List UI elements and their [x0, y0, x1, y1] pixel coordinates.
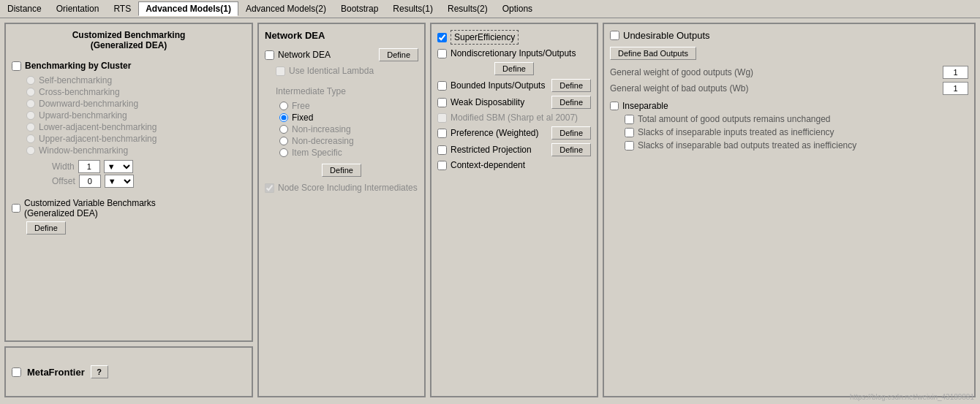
- restricted-projection-row: Restricted Projection Define: [437, 143, 591, 156]
- radio-fixed[interactable]: Fixed: [279, 113, 418, 123]
- menu-options[interactable]: Options: [495, 1, 540, 16]
- radio-free[interactable]: Free: [279, 101, 418, 111]
- panel-network: Network DEA Network DEA Define Use Ident…: [257, 23, 426, 397]
- inseparable-label: Inseparable: [622, 101, 668, 111]
- weak-disposability-checkbox[interactable]: [437, 98, 447, 107]
- width-input[interactable]: [78, 160, 100, 173]
- inseparable-checkbox[interactable]: [610, 102, 619, 110]
- super-efficiency-checkbox[interactable]: [437, 33, 447, 42]
- restricted-projection-label: Restricted Projection: [451, 145, 532, 155]
- intermediate-define-button[interactable]: Define: [322, 164, 361, 177]
- benchmarking-title-2: (Generalized DEA): [12, 40, 246, 50]
- bad-weight-label: General weight of bad outputs (Wb): [610, 83, 748, 94]
- weak-disposability-row: Weak Disposability Define: [437, 96, 591, 109]
- radio-label-window: Window-benchmarking: [39, 145, 128, 156]
- weak-disposability-label: Weak Disposability: [451, 97, 524, 107]
- meta-frontier-label: MetaFrontier: [27, 367, 85, 378]
- inseparable-sub-items: Total amount of good outputs remains unc…: [625, 114, 968, 150]
- menu-bootstrap[interactable]: Bootstrap: [333, 1, 385, 16]
- nondiscretionary-define-button[interactable]: Define: [494, 62, 534, 75]
- network-dea-checkbox[interactable]: [265, 50, 274, 60]
- slacks-inputs-checkbox[interactable]: [625, 128, 634, 137]
- modified-sbm-checkbox[interactable]: [437, 113, 447, 123]
- radio-label-fixed: Fixed: [292, 113, 313, 123]
- radio-downward-benchmarking[interactable]: Downward-benchmarking: [26, 99, 246, 109]
- define-button-left[interactable]: Define: [26, 221, 66, 235]
- menu-results-2[interactable]: Results(2): [440, 1, 495, 16]
- meta-frontier-help-button[interactable]: ?: [91, 365, 108, 378]
- weak-disposability-define-button[interactable]: Define: [551, 96, 591, 109]
- radio-window-benchmarking[interactable]: Window-benchmarking: [26, 145, 246, 156]
- bad-weight-input[interactable]: [943, 82, 968, 95]
- menu-results-1[interactable]: Results(1): [385, 1, 440, 16]
- radio-lower-adjacent-benchmarking[interactable]: Lower-adjacent-benchmarking: [26, 122, 246, 132]
- menu-advanced-models-1[interactable]: Advanced Models(1): [138, 1, 238, 16]
- offset-row: Offset ▼: [52, 175, 246, 188]
- node-score-checkbox[interactable]: [265, 183, 274, 193]
- bad-weight-row: General weight of bad outputs (Wb): [610, 82, 968, 95]
- network-dea-define-button[interactable]: Define: [379, 48, 418, 61]
- menu-advanced-models-2[interactable]: Advanced Models(2): [238, 1, 333, 16]
- network-dea-label: Network DEA: [278, 50, 331, 60]
- radio-label-upper-adjacent: Upper-adjacent-benchmarking: [39, 134, 157, 144]
- use-identical-lambda-checkbox[interactable]: [276, 66, 285, 76]
- slacks-inputs-label: Slacks of inseparable inputs treated as …: [638, 127, 834, 137]
- customized-var-checkbox[interactable]: [12, 204, 20, 213]
- radio-label-cross: Cross-benchmarking: [39, 87, 120, 97]
- define-bad-outputs-button[interactable]: Define Bad Outputs: [610, 47, 696, 60]
- restricted-projection-checkbox[interactable]: [437, 145, 447, 155]
- total-amount-checkbox[interactable]: [625, 115, 634, 124]
- radio-upward-benchmarking[interactable]: Upward-benchmarking: [26, 110, 246, 121]
- offset-input[interactable]: [79, 175, 101, 188]
- radio-label-item-specific: Item Specific: [292, 148, 342, 158]
- undesirable-outputs-checkbox[interactable]: [610, 31, 619, 40]
- nondiscretionary-label: Nondiscretionary Inputs/Outputs: [451, 48, 576, 58]
- slacks-bad-outputs-checkbox[interactable]: [625, 141, 634, 150]
- inseparable-row: Inseparable: [610, 101, 968, 111]
- menu-rts[interactable]: RTS: [106, 1, 138, 16]
- restricted-projection-left: Restricted Projection: [437, 145, 532, 155]
- intermediate-radio-group: Free Fixed Non-increasing Non-decreasing…: [279, 101, 418, 158]
- context-dependent-row: Context-dependent: [437, 160, 591, 170]
- meta-frontier-checkbox[interactable]: [12, 367, 21, 377]
- slacks-inputs-row: Slacks of inseparable inputs treated as …: [625, 127, 968, 137]
- radio-label-self: Self-benchmarking: [39, 75, 112, 85]
- width-select[interactable]: ▼: [104, 160, 133, 173]
- total-amount-row: Total amount of good outputs remains unc…: [625, 114, 968, 124]
- radio-self-benchmarking[interactable]: Self-benchmarking: [26, 75, 246, 85]
- radio-item-specific[interactable]: Item Specific: [279, 148, 418, 158]
- slacks-bad-outputs-label: Slacks of inseparable bad outputs treate…: [638, 140, 856, 150]
- panel-meta: MetaFrontier ?: [4, 346, 253, 397]
- benchmarking-by-cluster-checkbox[interactable]: [12, 61, 21, 71]
- menu-distance[interactable]: Distance: [0, 1, 49, 16]
- bounded-label: Bounded Inputs/Outputs: [451, 80, 545, 91]
- radio-label-lower-adjacent: Lower-adjacent-benchmarking: [39, 122, 157, 132]
- benchmarking-radio-group: Self-benchmarking Cross-benchmarking Dow…: [26, 75, 246, 156]
- bounded-define-button[interactable]: Define: [551, 79, 591, 92]
- preference-label: Preference (Weighted): [451, 128, 539, 138]
- nondiscretionary-checkbox[interactable]: [437, 49, 447, 58]
- radio-non-increasing[interactable]: Non-increasing: [279, 124, 418, 134]
- offset-label: Offset: [52, 176, 75, 186]
- good-weight-input[interactable]: [943, 66, 968, 79]
- panel-middle: SuperEfficiency Nondiscretionary Inputs/…: [430, 23, 598, 397]
- nondiscretionary-left: Nondiscretionary Inputs/Outputs: [437, 48, 576, 58]
- bounded-checkbox[interactable]: [437, 81, 447, 91]
- preference-checkbox[interactable]: [437, 129, 447, 138]
- total-amount-label: Total amount of good outputs remains unc…: [638, 114, 831, 124]
- radio-cross-benchmarking[interactable]: Cross-benchmarking: [26, 87, 246, 97]
- preference-define-button[interactable]: Define: [551, 126, 591, 140]
- radio-label-free: Free: [292, 101, 310, 111]
- preference-left: Preference (Weighted): [437, 128, 539, 138]
- context-dependent-checkbox[interactable]: [437, 161, 447, 170]
- radio-non-decreasing[interactable]: Non-decreasing: [279, 136, 418, 146]
- super-efficiency-left: SuperEfficiency: [437, 30, 519, 45]
- menu-orientation[interactable]: Orientation: [49, 1, 107, 16]
- radio-upper-adjacent-benchmarking[interactable]: Upper-adjacent-benchmarking: [26, 134, 246, 144]
- undesirable-outputs-title: Undesirable Outputs: [623, 30, 710, 41]
- super-efficiency-row: SuperEfficiency: [437, 30, 591, 45]
- watermark: https://blog.csdn.net/weixin_43189881: [850, 393, 974, 401]
- radio-label-downward: Downward-benchmarking: [39, 99, 138, 109]
- restricted-projection-define-button[interactable]: Define: [551, 143, 591, 156]
- offset-select[interactable]: ▼: [105, 175, 134, 188]
